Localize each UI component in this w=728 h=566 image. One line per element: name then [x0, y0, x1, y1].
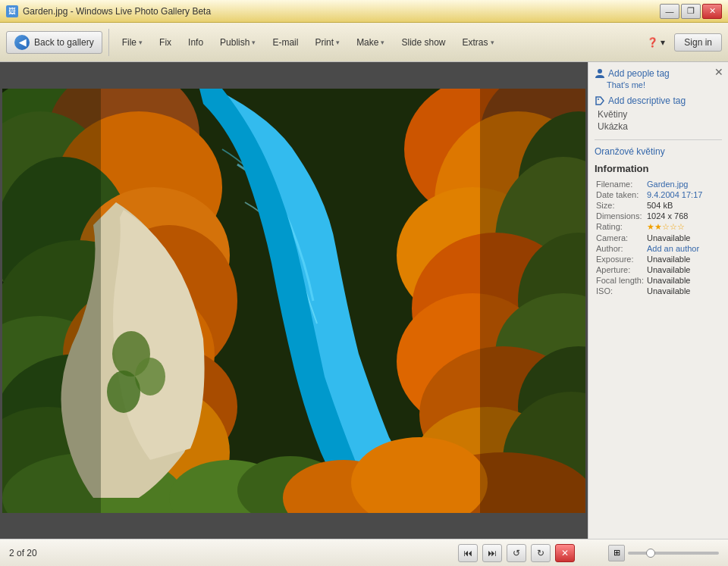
add-descriptive-tag-button[interactable]: Add descriptive tag	[595, 95, 722, 106]
delete-button[interactable]: ✕	[555, 544, 575, 562]
signin-button[interactable]: Sign in	[674, 33, 722, 52]
person-icon	[595, 68, 605, 79]
table-row: Size: 504 kB	[595, 200, 722, 211]
rating-value[interactable]: ★★☆☆☆	[645, 221, 722, 233]
tag-item-1: Květiny	[598, 109, 722, 120]
make-menu[interactable]: Make ▾	[350, 33, 391, 52]
info-table: Filename: Garden.jpg Date taken: 9.4.200…	[595, 179, 722, 296]
dimensions-value: 1024 x 768	[645, 211, 722, 221]
photo-count: 2 of 20	[9, 548, 37, 558]
main-area: ✕ Add people tag That's me! Add descript…	[0, 62, 728, 539]
table-row: ISO: Unavailable	[595, 286, 722, 296]
help-arrow: ▾	[661, 37, 665, 48]
svg-point-40	[598, 69, 602, 73]
svg-point-41	[598, 99, 599, 100]
back-icon: ◀	[14, 35, 30, 50]
panel-divider	[595, 139, 722, 140]
back-to-gallery-button[interactable]: ◀ Back to gallery	[6, 31, 102, 54]
window-title: Garden.jpg - Windows Live Photo Gallery …	[23, 6, 655, 17]
navigation-controls: ⏮ ⏭ ↺ ↻ ✕	[458, 544, 575, 562]
panel-close-button[interactable]: ✕	[714, 67, 723, 77]
table-row: Author: Add an author	[595, 243, 722, 254]
author-value[interactable]: Add an author	[645, 243, 722, 254]
exposure-value: Unavailable	[645, 254, 722, 264]
email-button[interactable]: E-mail	[265, 33, 305, 52]
print-menu-arrow: ▾	[336, 39, 340, 46]
tag-item-2: Ukázka	[598, 121, 722, 132]
zoom-slider[interactable]	[628, 552, 719, 555]
extras-menu[interactable]: Extras ▾	[456, 33, 501, 52]
file-menu-arrow: ▾	[139, 39, 143, 46]
album-name[interactable]: Oranžové květiny	[595, 146, 722, 157]
table-row: Aperture: Unavailable	[595, 264, 722, 275]
zoom-fit-button[interactable]: ⊞	[608, 545, 625, 561]
publish-menu-arrow: ▾	[252, 39, 256, 46]
info-title: Information	[595, 163, 722, 174]
focal-value: Unavailable	[645, 275, 722, 286]
svg-rect-38	[2, 89, 101, 513]
title-bar: 🖼 Garden.jpg - Windows Live Photo Galler…	[0, 0, 728, 23]
table-row: Filename: Garden.jpg	[595, 179, 722, 189]
window-controls: — ❐ ✕	[660, 4, 722, 19]
right-panel: ✕ Add people tag That's me! Add descript…	[588, 62, 728, 539]
info-button[interactable]: Info	[181, 33, 210, 52]
toolbar: ◀ Back to gallery File ▾ Fix Info Publis…	[0, 23, 728, 62]
table-row: Dimensions: 1024 x 768	[595, 211, 722, 221]
table-row: Camera: Unavailable	[595, 233, 722, 243]
rotate-right-button[interactable]: ↻	[531, 544, 551, 562]
zoom-thumb[interactable]	[646, 549, 655, 558]
first-photo-button[interactable]: ⏮	[458, 544, 478, 562]
publish-menu[interactable]: Publish ▾	[213, 33, 262, 52]
camera-value: Unavailable	[645, 233, 722, 243]
info-section: Information Filename: Garden.jpg Date ta…	[595, 163, 722, 296]
thats-me-button[interactable]: That's me!	[607, 80, 722, 89]
size-value: 504 kB	[645, 200, 722, 211]
app-icon: 🖼	[6, 5, 18, 17]
toolbar-separator	[108, 29, 109, 56]
minimize-button[interactable]: —	[660, 4, 679, 19]
table-row: Date taken: 9.4.2004 17:17	[595, 189, 722, 200]
zoom-controls: ⊞	[608, 545, 719, 561]
photo-area[interactable]	[0, 62, 588, 539]
people-tag-section: Add people tag That's me! Add descriptiv…	[595, 68, 722, 132]
restore-button[interactable]: ❐	[681, 4, 701, 19]
print-menu[interactable]: Print ▾	[308, 33, 347, 52]
table-row: Rating: ★★☆☆☆	[595, 221, 722, 233]
table-row: Focal length: Unavailable	[595, 275, 722, 286]
photo-display	[2, 89, 585, 513]
extras-menu-arrow: ▾	[491, 39, 494, 46]
aperture-value: Unavailable	[645, 264, 722, 275]
next-photo-button[interactable]: ⏭	[482, 544, 502, 562]
tag-icon	[595, 95, 605, 106]
filename-value[interactable]: Garden.jpg	[645, 179, 722, 189]
help-button[interactable]: ❓ ▾	[641, 34, 671, 51]
make-menu-arrow: ▾	[381, 39, 384, 46]
rotate-left-button[interactable]: ↺	[507, 544, 526, 562]
iso-value: Unavailable	[645, 286, 722, 296]
date-value: 9.4.2004 17:17	[645, 189, 722, 200]
slideshow-button[interactable]: Slide show	[394, 33, 452, 52]
file-menu[interactable]: File ▾	[115, 33, 149, 52]
close-button[interactable]: ✕	[702, 4, 722, 19]
add-people-tag-button[interactable]: Add people tag	[595, 68, 722, 79]
status-bar: 2 of 20 ⏮ ⏭ ↺ ↻ ✕ ⊞	[0, 539, 728, 566]
table-row: Exposure: Unavailable	[595, 254, 722, 264]
svg-rect-39	[480, 89, 585, 513]
fix-button[interactable]: Fix	[152, 33, 178, 52]
svg-point-33	[107, 371, 140, 413]
